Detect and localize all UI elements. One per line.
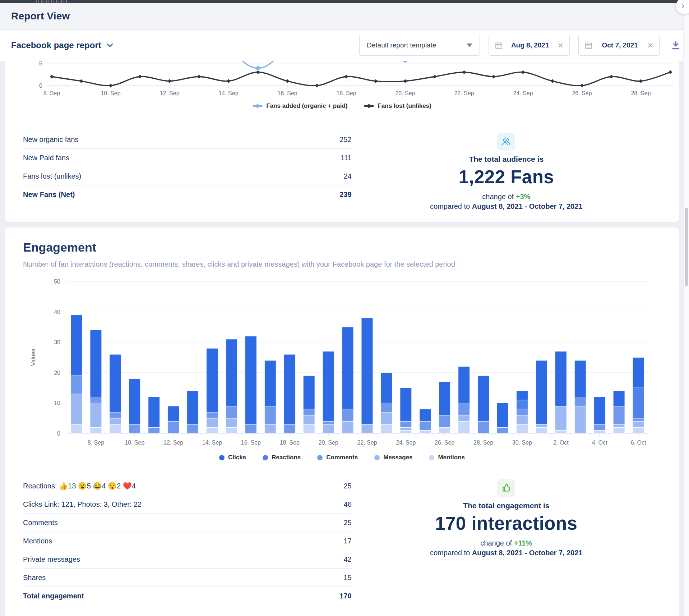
svg-text:16. Sep: 16. Sep (241, 440, 261, 446)
toolbar: Facebook page report Default report temp… (0, 30, 689, 61)
date-to-picker[interactable]: Oct 7, 2021 ✕ (578, 35, 660, 56)
scrollbar-thumb[interactable] (685, 208, 688, 286)
engagement-summary-change: change of +11% (480, 539, 532, 547)
svg-text:22. Sep: 22. Sep (454, 90, 474, 96)
table-row-label: Shares (23, 574, 46, 582)
template-select[interactable]: Default report template (359, 35, 480, 56)
template-select-value: Default report template (367, 41, 436, 49)
browser-chrome-strip (0, 0, 689, 3)
svg-text:28. Sep: 28. Sep (473, 440, 493, 446)
table-row-label: Total engagement (23, 592, 84, 600)
svg-text:26. Sep: 26. Sep (435, 440, 454, 446)
table-row-label: Clicks Link: 121, Photos: 3, Other: 22 (23, 500, 142, 509)
date-to-clear-icon[interactable]: ✕ (647, 42, 653, 49)
svg-text:6. Oct: 6. Oct (631, 440, 646, 446)
svg-text:10. Sep: 10. Sep (125, 440, 144, 446)
svg-text:30: 30 (54, 339, 60, 345)
audience-table: New organic fans252New Paid fans111Fans … (23, 130, 352, 211)
date-from-picker[interactable]: Aug 8, 2021 ✕ (489, 35, 570, 56)
legend-label: Reactions (272, 454, 301, 461)
table-row-value: 25 (343, 482, 351, 490)
svg-text:8. Sep: 8. Sep (88, 440, 104, 446)
select-caret-icon (467, 43, 472, 47)
svg-text:12. Sep: 12. Sep (163, 440, 183, 446)
legend-item-clicks[interactable]: Clicks (219, 454, 246, 461)
engagement-summary-compare: compared to August 8, 2021 - October 7, … (430, 549, 583, 557)
table-row-value: 252 (339, 135, 351, 144)
users-icon (497, 133, 515, 151)
audience-summary-change: change of +3% (482, 193, 530, 201)
legend-item-fans-added-organic-paid-[interactable]: Fans added (organic + paid) (253, 102, 347, 110)
svg-text:Values: Values (30, 349, 36, 366)
engagement-chart-legend: ClicksReactionsCommentsMessagesMentions (23, 454, 661, 461)
legend-label: Clicks (228, 454, 246, 461)
svg-text:10. Sep: 10. Sep (101, 90, 120, 96)
audience-change-value: +3% (516, 193, 531, 201)
engagement-section-title: Engagement (23, 227, 661, 254)
legend-marker-icon (429, 455, 434, 460)
download-report-button[interactable] (668, 38, 683, 53)
svg-text:28. Sep: 28. Sep (631, 90, 651, 96)
svg-text:4. Oct: 4. Oct (592, 440, 607, 446)
legend-item-comments[interactable]: Comments (317, 454, 358, 461)
table-row-label: Reactions: 👍13 😮5 😂4 😯2 ❤️4 (23, 482, 136, 490)
svg-text:0: 0 (39, 83, 42, 89)
svg-text:20: 20 (54, 370, 60, 376)
table-row-label: New Fans (Net) (23, 190, 75, 199)
chevron-down-icon (106, 43, 114, 48)
date-from-clear-icon[interactable]: ✕ (557, 42, 564, 49)
audience-summary: The total audience is 1,222 Fans change … (430, 133, 583, 211)
browser-chrome-remnant (36, 0, 68, 3)
fans-chart-legend: Fans added (organic + paid)Fans lost (un… (5, 102, 679, 110)
table-row: Total engagement170 (23, 587, 352, 605)
legend-marker-icon (253, 105, 263, 107)
engagement-card: Engagement Number of fan interactions (r… (5, 227, 679, 616)
engagement-section-subtitle: Number of fan interactions (reactions, c… (23, 260, 661, 268)
svg-text:20. Sep: 20. Sep (319, 440, 338, 446)
table-row: Comments25 (23, 513, 352, 532)
legend-item-messages[interactable]: Messages (374, 454, 412, 461)
svg-text:0: 0 (57, 431, 60, 437)
table-row-value: 170 (339, 592, 351, 600)
svg-text:8. Sep: 8. Sep (43, 90, 60, 96)
legend-item-mentions[interactable]: Mentions (429, 454, 465, 461)
table-row-label: New Paid fans (23, 154, 69, 162)
svg-text:18. Sep: 18. Sep (336, 90, 356, 96)
svg-text:40: 40 (54, 309, 60, 315)
svg-text:24. Sep: 24. Sep (513, 90, 533, 96)
table-row: Clicks Link: 121, Photos: 3, Other: 2246 (23, 495, 352, 513)
toolbar-right: Default report template Aug 8, 2021 ✕ Oc… (359, 35, 683, 56)
engagement-summary-lead: The total engagement is (463, 501, 549, 510)
legend-marker-icon (374, 455, 380, 460)
engagement-summary-headline: 170 interactions (435, 513, 577, 534)
table-row: Fans lost (unlikes)24 (23, 167, 352, 185)
audience-summary-compare: compared to August 8, 2021 - October 7, … (430, 202, 583, 211)
legend-label: Mentions (438, 454, 465, 461)
svg-text:5: 5 (39, 61, 42, 66)
legend-item-fans-lost-unlikes-[interactable]: Fans lost (unlikes) (364, 102, 431, 110)
table-row: New organic fans252 (23, 130, 352, 148)
svg-text:2. Oct: 2. Oct (553, 440, 569, 446)
svg-text:30. Sep: 30. Sep (512, 440, 532, 446)
table-row: New Fans (Net)239 (23, 185, 352, 203)
table-row-value: 42 (343, 555, 351, 564)
page-title: Report View (11, 10, 70, 22)
legend-marker-icon (364, 105, 374, 107)
table-row-label: New organic fans (23, 135, 79, 144)
svg-text:22. Sep: 22. Sep (357, 440, 377, 446)
engagement-change-value: +11% (514, 539, 532, 547)
legend-item-reactions[interactable]: Reactions (263, 454, 301, 461)
table-row: New Paid fans111 (23, 148, 352, 167)
svg-text:14. Sep: 14. Sep (202, 440, 222, 446)
download-icon (670, 40, 681, 51)
table-row: Shares15 (23, 568, 352, 587)
report-name-dropdown[interactable]: Facebook page report (11, 40, 114, 50)
fans-line-chart: 508. Sep10. Sep12. Sep14. Sep16. Sep18. … (5, 61, 679, 100)
page-scrollbar[interactable] (683, 0, 689, 616)
svg-text:50: 50 (54, 279, 60, 285)
calendar-icon (584, 41, 593, 50)
table-row: Mentions17 (23, 532, 352, 550)
audience-compare-range: August 8, 2021 - October 7, 2021 (472, 202, 583, 210)
svg-text:12. Sep: 12. Sep (159, 90, 179, 96)
engagement-compare-range: August 8, 2021 - October 7, 2021 (472, 549, 583, 557)
